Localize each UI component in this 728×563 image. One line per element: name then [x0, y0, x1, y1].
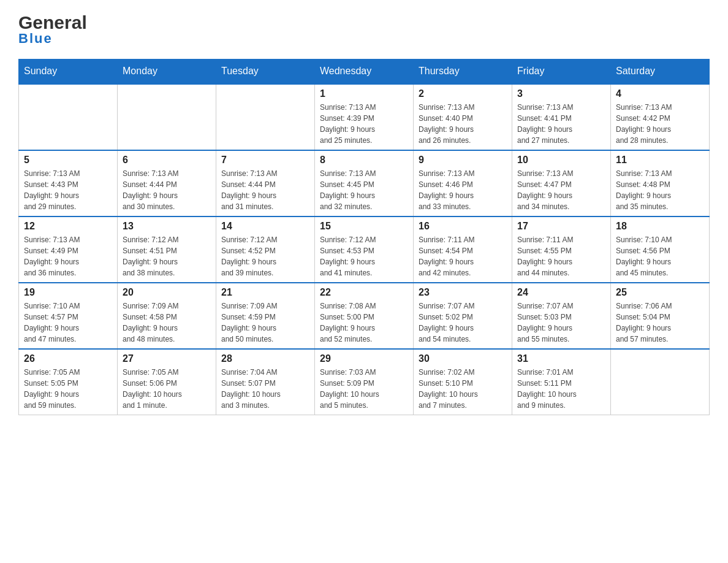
calendar-cell: 25Sunrise: 7:06 AM Sunset: 5:04 PM Dayli…: [611, 283, 710, 349]
day-number: 27: [123, 353, 211, 364]
day-info: Sunrise: 7:13 AM Sunset: 4:43 PM Dayligh…: [24, 168, 112, 212]
day-info: Sunrise: 7:13 AM Sunset: 4:40 PM Dayligh…: [419, 102, 507, 146]
day-header-friday: Friday: [512, 59, 611, 84]
calendar-cell: 27Sunrise: 7:05 AM Sunset: 5:06 PM Dayli…: [118, 349, 216, 415]
day-number: 11: [616, 155, 704, 166]
day-number: 6: [123, 155, 211, 166]
day-info: Sunrise: 7:09 AM Sunset: 4:59 PM Dayligh…: [221, 301, 309, 345]
day-number: 2: [419, 88, 507, 99]
day-number: 15: [320, 221, 408, 232]
calendar-cell: [611, 349, 710, 415]
calendar-cell: 26Sunrise: 7:05 AM Sunset: 5:05 PM Dayli…: [19, 349, 118, 415]
day-header-sunday: Sunday: [19, 59, 118, 84]
day-number: 3: [517, 88, 605, 99]
calendar-header-row: SundayMondayTuesdayWednesdayThursdayFrid…: [19, 59, 710, 84]
calendar-cell: 21Sunrise: 7:09 AM Sunset: 4:59 PM Dayli…: [216, 283, 315, 349]
day-number: 29: [320, 353, 408, 364]
day-number: 21: [221, 287, 309, 298]
day-info: Sunrise: 7:13 AM Sunset: 4:41 PM Dayligh…: [517, 102, 605, 146]
day-number: 12: [24, 221, 112, 232]
day-number: 24: [517, 287, 605, 298]
calendar-week-row: 5Sunrise: 7:13 AM Sunset: 4:43 PM Daylig…: [19, 150, 710, 216]
calendar-cell: 23Sunrise: 7:07 AM Sunset: 5:02 PM Dayli…: [414, 283, 512, 349]
calendar-cell: 14Sunrise: 7:12 AM Sunset: 4:52 PM Dayli…: [216, 216, 315, 283]
calendar-cell: 18Sunrise: 7:10 AM Sunset: 4:56 PM Dayli…: [611, 216, 710, 283]
day-number: 10: [517, 155, 605, 166]
calendar-cell: 3Sunrise: 7:13 AM Sunset: 4:41 PM Daylig…: [512, 84, 611, 151]
day-info: Sunrise: 7:11 AM Sunset: 4:54 PM Dayligh…: [419, 234, 507, 278]
calendar-cell: [118, 84, 216, 151]
calendar-cell: [19, 84, 118, 151]
day-number: 23: [419, 287, 507, 298]
calendar-cell: 15Sunrise: 7:12 AM Sunset: 4:53 PM Dayli…: [315, 216, 414, 283]
calendar-cell: 6Sunrise: 7:13 AM Sunset: 4:44 PM Daylig…: [118, 150, 216, 216]
day-number: 18: [616, 221, 704, 232]
day-info: Sunrise: 7:03 AM Sunset: 5:09 PM Dayligh…: [320, 367, 408, 411]
logo: General Blue: [18, 12, 87, 47]
calendar-week-row: 19Sunrise: 7:10 AM Sunset: 4:57 PM Dayli…: [19, 283, 710, 349]
day-number: 22: [320, 287, 408, 298]
day-number: 14: [221, 221, 309, 232]
day-number: 8: [320, 155, 408, 166]
day-info: Sunrise: 7:05 AM Sunset: 5:05 PM Dayligh…: [24, 367, 112, 411]
day-header-tuesday: Tuesday: [216, 59, 315, 84]
page-header: General Blue: [18, 12, 710, 47]
day-info: Sunrise: 7:13 AM Sunset: 4:47 PM Dayligh…: [517, 168, 605, 212]
calendar-table: SundayMondayTuesdayWednesdayThursdayFrid…: [18, 59, 710, 415]
day-info: Sunrise: 7:04 AM Sunset: 5:07 PM Dayligh…: [221, 367, 309, 411]
day-info: Sunrise: 7:07 AM Sunset: 5:03 PM Dayligh…: [517, 301, 605, 345]
day-number: 17: [517, 221, 605, 232]
calendar-cell: 5Sunrise: 7:13 AM Sunset: 4:43 PM Daylig…: [19, 150, 118, 216]
day-info: Sunrise: 7:12 AM Sunset: 4:52 PM Dayligh…: [221, 234, 309, 278]
day-info: Sunrise: 7:09 AM Sunset: 4:58 PM Dayligh…: [123, 301, 211, 345]
day-info: Sunrise: 7:13 AM Sunset: 4:46 PM Dayligh…: [419, 168, 507, 212]
calendar-cell: 28Sunrise: 7:04 AM Sunset: 5:07 PM Dayli…: [216, 349, 315, 415]
day-number: 31: [517, 353, 605, 364]
day-info: Sunrise: 7:10 AM Sunset: 4:56 PM Dayligh…: [616, 234, 704, 278]
day-info: Sunrise: 7:08 AM Sunset: 5:00 PM Dayligh…: [320, 301, 408, 345]
day-info: Sunrise: 7:11 AM Sunset: 4:55 PM Dayligh…: [517, 234, 605, 278]
calendar-cell: 17Sunrise: 7:11 AM Sunset: 4:55 PM Dayli…: [512, 216, 611, 283]
day-number: 4: [616, 88, 704, 99]
calendar-cell: 9Sunrise: 7:13 AM Sunset: 4:46 PM Daylig…: [414, 150, 512, 216]
calendar-cell: 12Sunrise: 7:13 AM Sunset: 4:49 PM Dayli…: [19, 216, 118, 283]
day-info: Sunrise: 7:13 AM Sunset: 4:49 PM Dayligh…: [24, 234, 112, 278]
day-number: 25: [616, 287, 704, 298]
day-info: Sunrise: 7:06 AM Sunset: 5:04 PM Dayligh…: [616, 301, 704, 345]
day-info: Sunrise: 7:13 AM Sunset: 4:39 PM Dayligh…: [320, 102, 408, 146]
day-number: 20: [123, 287, 211, 298]
day-number: 13: [123, 221, 211, 232]
day-info: Sunrise: 7:12 AM Sunset: 4:53 PM Dayligh…: [320, 234, 408, 278]
day-info: Sunrise: 7:13 AM Sunset: 4:44 PM Dayligh…: [123, 168, 211, 212]
calendar-cell: 10Sunrise: 7:13 AM Sunset: 4:47 PM Dayli…: [512, 150, 611, 216]
calendar-cell: 1Sunrise: 7:13 AM Sunset: 4:39 PM Daylig…: [315, 84, 414, 151]
calendar-cell: 16Sunrise: 7:11 AM Sunset: 4:54 PM Dayli…: [414, 216, 512, 283]
day-number: 9: [419, 155, 507, 166]
day-info: Sunrise: 7:01 AM Sunset: 5:11 PM Dayligh…: [517, 367, 605, 411]
calendar-cell: 7Sunrise: 7:13 AM Sunset: 4:44 PM Daylig…: [216, 150, 315, 216]
calendar-cell: 4Sunrise: 7:13 AM Sunset: 4:42 PM Daylig…: [611, 84, 710, 151]
calendar-week-row: 1Sunrise: 7:13 AM Sunset: 4:39 PM Daylig…: [19, 84, 710, 151]
day-header-monday: Monday: [118, 59, 216, 84]
day-number: 7: [221, 155, 309, 166]
day-header-saturday: Saturday: [611, 59, 710, 84]
day-info: Sunrise: 7:05 AM Sunset: 5:06 PM Dayligh…: [123, 367, 211, 411]
day-number: 28: [221, 353, 309, 364]
day-info: Sunrise: 7:02 AM Sunset: 5:10 PM Dayligh…: [419, 367, 507, 411]
calendar-cell: 2Sunrise: 7:13 AM Sunset: 4:40 PM Daylig…: [414, 84, 512, 151]
day-number: 1: [320, 88, 408, 99]
day-number: 30: [419, 353, 507, 364]
day-info: Sunrise: 7:13 AM Sunset: 4:44 PM Dayligh…: [221, 168, 309, 212]
day-header-wednesday: Wednesday: [315, 59, 414, 84]
day-info: Sunrise: 7:13 AM Sunset: 4:45 PM Dayligh…: [320, 168, 408, 212]
calendar-cell: 29Sunrise: 7:03 AM Sunset: 5:09 PM Dayli…: [315, 349, 414, 415]
logo-general-text: General: [18, 12, 87, 33]
day-info: Sunrise: 7:12 AM Sunset: 4:51 PM Dayligh…: [123, 234, 211, 278]
calendar-cell: 13Sunrise: 7:12 AM Sunset: 4:51 PM Dayli…: [118, 216, 216, 283]
day-info: Sunrise: 7:10 AM Sunset: 4:57 PM Dayligh…: [24, 301, 112, 345]
day-info: Sunrise: 7:07 AM Sunset: 5:02 PM Dayligh…: [419, 301, 507, 345]
day-info: Sunrise: 7:13 AM Sunset: 4:42 PM Dayligh…: [616, 102, 704, 146]
day-number: 26: [24, 353, 112, 364]
day-info: Sunrise: 7:13 AM Sunset: 4:48 PM Dayligh…: [616, 168, 704, 212]
calendar-cell: 31Sunrise: 7:01 AM Sunset: 5:11 PM Dayli…: [512, 349, 611, 415]
